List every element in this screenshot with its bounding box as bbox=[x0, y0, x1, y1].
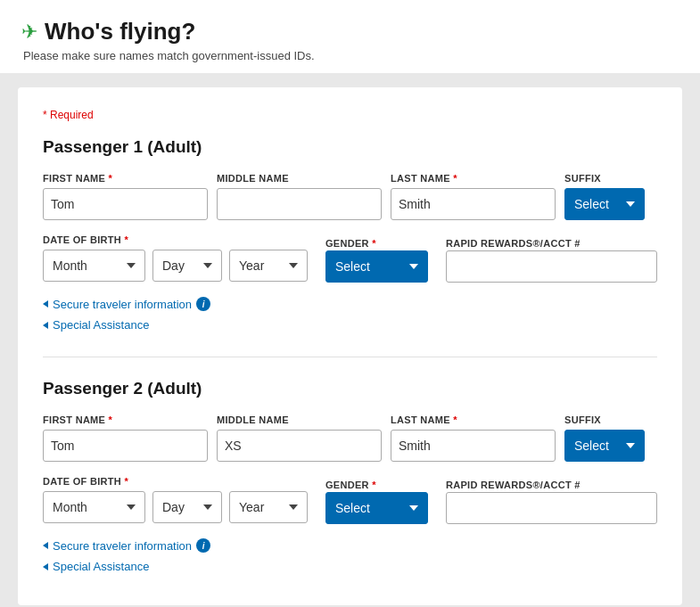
passenger-1-suffix-label: SUFFIX bbox=[564, 173, 645, 184]
passenger-1-gender-select[interactable]: Select bbox=[325, 250, 428, 283]
info-icon: i bbox=[196, 538, 210, 553]
passenger-1-rapid-rewards-input[interactable] bbox=[446, 250, 657, 283]
passenger-2-dob-group: DATE OF BIRTH * Month Day bbox=[43, 476, 308, 523]
passenger-1-first-name-group: FIRST NAME * bbox=[43, 173, 208, 220]
passenger-2-middle-name-label: MIDDLE NAME bbox=[217, 414, 382, 425]
passenger-1-name-row: FIRST NAME * MIDDLE NAME LAST NAME * SUF… bbox=[43, 173, 657, 220]
passenger-2-dob-year-select[interactable]: Year bbox=[229, 491, 308, 523]
chevron-right-icon bbox=[43, 563, 48, 570]
chevron-down-icon bbox=[203, 504, 212, 510]
passenger-2-rapid-rewards-group: RAPID REWARDS®/ACCT # bbox=[446, 476, 657, 524]
passenger-2-last-name-input[interactable] bbox=[391, 430, 556, 462]
page-subtitle: Please make sure names match government-… bbox=[21, 49, 679, 62]
passenger-2-dob-year-wrapper: Year bbox=[229, 491, 308, 523]
passenger-1-first-name-input[interactable] bbox=[43, 188, 208, 220]
passenger-1-gender-group: GENDER * Select bbox=[325, 234, 428, 283]
passenger-1-heading: Passenger 1 (Adult) bbox=[43, 137, 657, 157]
chevron-down-icon bbox=[409, 264, 418, 269]
info-icon: i bbox=[196, 297, 210, 311]
passenger-1-dob-day-select[interactable]: Day bbox=[152, 250, 222, 282]
passenger-2-first-name-label: FIRST NAME * bbox=[43, 414, 208, 425]
passenger-2-dob-label: DATE OF BIRTH * bbox=[43, 476, 308, 487]
chevron-down-icon bbox=[409, 505, 418, 511]
passenger-2-suffix-label: SUFFIX bbox=[564, 414, 645, 425]
chevron-right-icon bbox=[43, 300, 48, 308]
chevron-down-icon bbox=[127, 504, 136, 510]
chevron-down-icon bbox=[289, 504, 298, 510]
passenger-2-last-name-group: LAST NAME * bbox=[391, 414, 556, 462]
chevron-down-icon bbox=[289, 263, 298, 268]
passenger-1-dob-selects: Month Day Year bbox=[43, 250, 308, 282]
chevron-right-icon bbox=[43, 322, 48, 329]
passenger-1-middle-name-input[interactable] bbox=[217, 188, 382, 220]
passenger-1-dob-month-wrapper: Month bbox=[43, 250, 145, 282]
passenger-2-last-name-label: LAST NAME * bbox=[391, 414, 556, 425]
passenger-1-dob-group: DATE OF BIRTH * Month Day bbox=[43, 234, 308, 282]
passenger-1-dob-day-wrapper: Day bbox=[152, 250, 222, 282]
page-header: ✈ Who's flying? Please make sure names m… bbox=[0, 0, 700, 73]
passenger-1-last-name-label: LAST NAME * bbox=[391, 173, 556, 184]
chevron-right-icon bbox=[43, 542, 48, 549]
passenger-2-section: Passenger 2 (Adult) FIRST NAME * MIDDLE … bbox=[43, 357, 657, 573]
passenger-2-special-assistance-link[interactable]: Special Assistance bbox=[43, 560, 657, 573]
passenger-2-first-name-group: FIRST NAME * bbox=[43, 414, 208, 462]
chevron-down-icon bbox=[626, 201, 635, 207]
passenger-2-gender-select[interactable]: Select bbox=[325, 492, 428, 524]
passenger-1-suffix-select[interactable]: Select bbox=[564, 188, 645, 220]
passenger-2-middle-name-group: MIDDLE NAME bbox=[217, 414, 382, 462]
passenger-2-gender-group: GENDER * Select bbox=[325, 476, 428, 524]
passenger-1-middle-name-label: MIDDLE NAME bbox=[217, 173, 382, 184]
chevron-down-icon bbox=[203, 263, 212, 268]
form-card: * Required Passenger 1 (Adult) FIRST NAM… bbox=[18, 87, 682, 605]
passenger-1-dob-label: DATE OF BIRTH * bbox=[43, 234, 308, 245]
passenger-1-suffix-group: SUFFIX Select bbox=[564, 173, 645, 220]
passenger-2-middle-name-input[interactable] bbox=[217, 430, 382, 462]
passenger-1-section: Passenger 1 (Adult) FIRST NAME * MIDDLE … bbox=[43, 137, 657, 332]
passenger-2-dob-selects: Month Day Year bbox=[43, 491, 308, 523]
passenger-1-dob-year-wrapper: Year bbox=[229, 250, 308, 282]
passenger-2-dob-month-select[interactable]: Month bbox=[43, 491, 145, 523]
passenger-2-rapid-rewards-input[interactable] bbox=[446, 492, 657, 524]
passenger-1-first-name-label: FIRST NAME * bbox=[43, 173, 208, 184]
passenger-2-suffix-group: SUFFIX Select bbox=[564, 414, 645, 462]
chevron-down-icon bbox=[626, 443, 635, 448]
passenger-1-dob-year-select[interactable]: Year bbox=[229, 250, 308, 282]
passenger-2-dob-row: DATE OF BIRTH * Month Day bbox=[43, 476, 657, 524]
passenger-1-last-name-input[interactable] bbox=[391, 188, 556, 220]
passenger-1-special-assistance-link[interactable]: Special Assistance bbox=[43, 318, 657, 332]
passenger-2-dob-day-select[interactable]: Day bbox=[152, 491, 222, 523]
passenger-1-rapid-rewards-label: RAPID REWARDS®/ACCT # bbox=[446, 238, 581, 249]
passenger-2-name-row: FIRST NAME * MIDDLE NAME LAST NAME * SUF… bbox=[43, 414, 657, 462]
passenger-1-secure-traveler-link[interactable]: Secure traveler information i bbox=[43, 297, 657, 311]
page-title: Who's flying? bbox=[45, 18, 195, 45]
passenger-2-suffix-select[interactable]: Select bbox=[564, 430, 645, 462]
passenger-2-heading: Passenger 2 (Adult) bbox=[43, 379, 657, 398]
passenger-1-last-name-group: LAST NAME * bbox=[391, 173, 556, 220]
passenger-1-dob-month-select[interactable]: Month bbox=[43, 250, 145, 282]
passenger-2-dob-day-wrapper: Day bbox=[152, 491, 222, 523]
chevron-down-icon bbox=[127, 263, 136, 268]
passenger-2-first-name-input[interactable] bbox=[43, 430, 208, 462]
main-content: * Required Passenger 1 (Adult) FIRST NAM… bbox=[0, 73, 700, 607]
plane-icon: ✈ bbox=[21, 21, 37, 44]
passenger-1-middle-name-group: MIDDLE NAME bbox=[217, 173, 382, 220]
passenger-2-dob-month-wrapper: Month bbox=[43, 491, 145, 523]
passenger-1-gender-label: GENDER * bbox=[325, 238, 376, 249]
passenger-2-rapid-rewards-label: RAPID REWARDS®/ACCT # bbox=[446, 480, 581, 490]
passenger-1-dob-row: DATE OF BIRTH * Month Day bbox=[43, 234, 657, 283]
required-note: * Required bbox=[43, 109, 657, 121]
passenger-1-rapid-rewards-group: RAPID REWARDS®/ACCT # bbox=[446, 234, 657, 283]
passenger-2-gender-label: GENDER * bbox=[325, 480, 376, 490]
passenger-2-secure-traveler-link[interactable]: Secure traveler information i bbox=[43, 538, 657, 553]
